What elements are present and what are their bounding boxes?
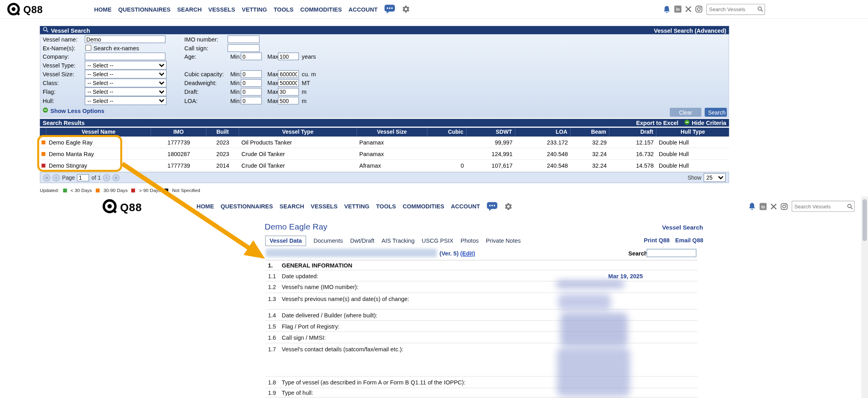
search-magnifier-icon[interactable] <box>757 6 763 12</box>
nav-search[interactable]: SEARCH <box>280 203 304 210</box>
page-number-input[interactable] <box>77 174 89 181</box>
nav-account[interactable]: ACCOUNT <box>348 6 378 13</box>
clear-criteria-button[interactable]: Clear Criteria <box>670 108 701 117</box>
table-row[interactable]: Demo Eagle Ray 1777739 2023 Oil Products… <box>40 137 729 148</box>
nav-commodities[interactable]: COMMODITIES <box>402 203 444 210</box>
question-number: 1.6 <box>266 334 282 341</box>
global-search-input[interactable] <box>707 6 757 12</box>
question-row: 1.8 Type of vessel (as described in Form… <box>266 376 697 388</box>
vessel-search-panel: Vessel Search Vessel Search (Advanced) V… <box>40 26 729 118</box>
deadweight-min-input[interactable] <box>241 79 262 87</box>
cubic-min-input[interactable] <box>241 70 262 78</box>
hide-criteria-link[interactable]: Hide Criteria <box>684 119 727 126</box>
q88-logo[interactable]: Q88 <box>7 2 43 18</box>
settings-gear-icon[interactable] <box>402 5 410 13</box>
q88-logo-icon <box>102 198 117 216</box>
hull-select[interactable]: -- Select -- <box>85 96 167 105</box>
vessel-type-select[interactable]: -- Select -- <box>85 61 167 69</box>
vessel-size-select[interactable]: -- Select -- <box>85 70 167 79</box>
settings-gear-icon[interactable] <box>504 202 513 210</box>
first-page-button[interactable]: « <box>43 174 50 181</box>
cell-vessel-name[interactable]: Demo Stingray <box>46 162 151 169</box>
notifications-bell-icon[interactable] <box>749 202 756 211</box>
next-page-button[interactable]: › <box>103 174 110 181</box>
vessel-search-link[interactable]: Vessel Search <box>662 224 703 231</box>
search-magnifier-icon[interactable] <box>847 203 853 209</box>
instagram-icon[interactable] <box>780 203 788 210</box>
loa-min-input[interactable] <box>241 97 262 104</box>
tab-photos[interactable]: Photos <box>460 237 478 244</box>
search-ex-names-checkbox-label: Search ex-names <box>94 44 139 52</box>
prev-page-button[interactable]: ‹ <box>53 174 60 181</box>
flag-select[interactable]: -- Select -- <box>85 87 167 96</box>
age-unit-label: years <box>302 53 316 60</box>
linkedin-icon[interactable]: in <box>760 203 767 210</box>
nav-search[interactable]: SEARCH <box>177 6 201 13</box>
chat-icon[interactable] <box>384 4 395 14</box>
loa-max-input[interactable] <box>278 97 299 104</box>
x-twitter-icon[interactable] <box>770 203 776 209</box>
nav-vetting[interactable]: VETTING <box>242 6 267 13</box>
nav-home[interactable]: HOME <box>94 6 111 13</box>
cell-draft: 12.157 <box>609 139 657 146</box>
email-q88-link[interactable]: Email Q88 <box>675 237 703 244</box>
scrollbar-track[interactable] <box>861 196 868 398</box>
last-page-button[interactable]: » <box>112 174 119 181</box>
chat-icon[interactable] <box>487 202 498 211</box>
nav-home[interactable]: HOME <box>197 203 214 210</box>
nav-vetting[interactable]: VETTING <box>344 203 369 210</box>
class-select[interactable]: -- Select -- <box>85 79 167 87</box>
vessel-name-input[interactable] <box>85 36 165 43</box>
call-sign-input[interactable] <box>227 44 259 52</box>
question-number: 1.8 <box>266 379 282 386</box>
nav-vessels[interactable]: VESSELS <box>311 203 338 210</box>
search-button[interactable]: Search <box>705 108 727 117</box>
x-twitter-icon[interactable] <box>685 6 691 12</box>
tab-ais-tracking[interactable]: AIS Tracking <box>382 237 414 244</box>
edit-link[interactable]: (Edit) <box>460 250 475 257</box>
page-size-select[interactable]: 25 <box>704 173 726 182</box>
instagram-icon[interactable] <box>695 6 703 13</box>
imo-number-input[interactable] <box>227 36 259 43</box>
tab-vessel-data[interactable]: Vessel Data <box>265 235 307 246</box>
nav-tools[interactable]: TOOLS <box>274 6 294 13</box>
cubic-max-input[interactable] <box>278 70 299 78</box>
nav-account[interactable]: ACCOUNT <box>451 203 480 210</box>
nav-questionnaires[interactable]: QUESTIONNAIRES <box>118 6 171 13</box>
q88-logo-text: Q88 <box>23 4 43 16</box>
cell-vessel-name[interactable]: Demo Eagle Ray <box>46 139 151 146</box>
vessel-search-form: Vessel name: IMO number: Ex-Name(s): Sea… <box>40 34 729 118</box>
tab-private-notes[interactable]: Private Notes <box>486 237 521 244</box>
cell-imo: 1777739 <box>151 162 207 169</box>
age-min-input[interactable] <box>241 53 262 60</box>
tab-dwt-draft[interactable]: Dwt/Draft <box>350 237 374 244</box>
export-to-excel-link[interactable]: Export to Excel <box>636 119 679 126</box>
col-vessel-size: Vessel Size <box>357 128 427 137</box>
table-row[interactable]: Demo Manta Ray 1800287 2023 Crude Oil Ta… <box>40 148 729 160</box>
global-search-input[interactable] <box>792 203 847 209</box>
nav-vessels[interactable]: VESSELS <box>208 6 235 13</box>
deadweight-max-input[interactable] <box>278 79 299 87</box>
company-input[interactable] <box>85 53 165 60</box>
table-row[interactable]: Demo Stingray 1777739 2014 Crude Oil Tan… <box>40 160 729 171</box>
nav-questionnaires[interactable]: QUESTIONNAIRES <box>221 203 273 210</box>
notifications-bell-icon[interactable] <box>663 5 670 14</box>
detail-search-input[interactable] <box>647 249 697 257</box>
draft-max-input[interactable] <box>278 88 299 95</box>
scrollbar-thumb[interactable] <box>862 199 867 241</box>
linkedin-icon[interactable]: in <box>674 6 681 13</box>
nav-tools[interactable]: TOOLS <box>376 203 396 210</box>
tab-documents[interactable]: Documents <box>314 237 343 244</box>
print-q88-link[interactable]: Print Q88 <box>644 237 670 244</box>
q88-logo-detail[interactable]: Q88 <box>102 198 142 216</box>
vessel-search-advanced-link[interactable]: Vessel Search (Advanced) <box>654 27 726 34</box>
age-max-input[interactable] <box>278 53 299 60</box>
cell-vessel-type: Crude Oil Tanker <box>239 150 357 157</box>
draft-min-input[interactable] <box>241 88 262 95</box>
search-ex-names-checkbox[interactable] <box>85 45 91 51</box>
tab-uscg-psix[interactable]: USCG PSIX <box>422 237 453 244</box>
nav-commodities[interactable]: COMMODITIES <box>300 6 342 13</box>
cell-sdwt: 124,991 <box>467 150 516 157</box>
cell-vessel-name[interactable]: Demo Manta Ray <box>46 150 151 157</box>
show-less-options-link[interactable]: Show Less Options <box>43 107 104 114</box>
